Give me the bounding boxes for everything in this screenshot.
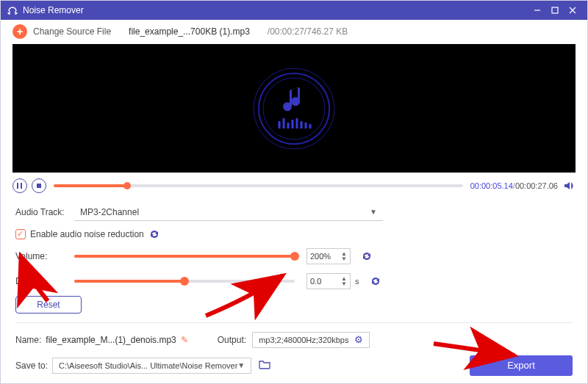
window-title: Noise Remover	[23, 5, 528, 15]
volume-spinner[interactable]: 200% ▲▼	[306, 248, 351, 264]
delay-label: Delay:	[15, 276, 74, 286]
current-time: 00:00:05.14	[470, 181, 513, 190]
volume-reset-icon[interactable]	[361, 250, 373, 262]
volume-slider[interactable]	[74, 255, 295, 258]
total-time: 00:00:27.06	[515, 181, 558, 190]
settings-panel: Audio Track: MP3-2Channel ▼ ✓ Enable aud…	[1, 193, 587, 316]
noise-reduction-label: Enable audio noise reduction	[30, 229, 144, 239]
delay-unit: s	[355, 277, 359, 286]
play-pause-button[interactable]	[12, 178, 27, 193]
svg-point-1	[254, 68, 334, 149]
gear-icon[interactable]: ⚙	[354, 334, 363, 345]
name-label: Name:	[15, 335, 41, 345]
edit-name-icon[interactable]: ✎	[181, 335, 188, 345]
divider	[15, 322, 573, 323]
loop-icon[interactable]	[148, 228, 160, 240]
audio-track-row: Audio Track: MP3-2Channel ▼	[15, 202, 573, 222]
output-filename: file_example_M...(1)_denois.mp3	[46, 335, 176, 345]
open-folder-icon[interactable]	[259, 359, 270, 372]
output-name-row: Name: file_example_M...(1)_denois.mp3 ✎ …	[1, 329, 587, 351]
volume-row: Volume: 200% ▲▼	[15, 246, 573, 267]
output-label: Output:	[218, 335, 246, 345]
close-button[interactable]	[564, 1, 581, 19]
audio-visualizer-icon	[239, 54, 349, 164]
chevron-down-icon: ▼	[237, 361, 245, 369]
maximize-button[interactable]	[546, 1, 564, 19]
delay-reset-icon[interactable]	[370, 275, 381, 287]
delay-spinner[interactable]: 0.0 ▲▼	[306, 273, 351, 289]
minimize-button[interactable]	[528, 1, 546, 19]
source-meta: /00:00:27/746.27 KB	[268, 26, 348, 37]
svg-rect-0	[552, 7, 558, 13]
noise-reduction-checkbox[interactable]: ✓	[15, 229, 26, 239]
playback-timeline[interactable]	[54, 184, 463, 187]
spinner-arrows-icon[interactable]: ▲▼	[341, 251, 347, 261]
chevron-down-icon: ▼	[370, 208, 377, 216]
reset-button[interactable]: Reset	[15, 296, 82, 314]
audio-track-label: Audio Track:	[15, 207, 74, 217]
checkmark-icon: ✓	[17, 229, 24, 239]
audio-track-select[interactable]: MP3-2Channel ▼	[74, 203, 383, 221]
change-source-button[interactable]: +	[12, 24, 27, 39]
output-format-select[interactable]: mp3;2;48000Hz;320kbps ⚙	[252, 332, 370, 348]
noise-reduction-row: ✓ Enable audio noise reduction	[15, 228, 573, 240]
volume-label: Volume:	[15, 251, 74, 261]
audio-preview-area	[12, 44, 576, 173]
source-filename: file_example_...700KB (1).mp3	[129, 26, 250, 37]
save-to-label: Save to:	[15, 361, 48, 371]
export-button[interactable]: Export	[470, 355, 573, 376]
time-display: 00:00:05.14/00:00:27.06	[470, 181, 558, 190]
app-window: Noise Remover + Change Source File file_…	[0, 0, 588, 384]
playback-controls: 00:00:05.14/00:00:27.06	[1, 173, 587, 193]
svg-rect-4	[37, 184, 41, 188]
svg-point-3	[263, 78, 325, 140]
app-logo-icon	[7, 4, 18, 16]
save-export-row: Save to: C:\Aiseesoft Studio\Ais... Ulti…	[1, 351, 587, 383]
save-path-select[interactable]: C:\Aiseesoft Studio\Ais... Ultimate\Nois…	[52, 358, 251, 374]
svg-point-2	[259, 73, 329, 144]
source-file-bar: + Change Source File file_example_...700…	[1, 20, 587, 44]
stop-button[interactable]	[32, 178, 46, 193]
volume-icon[interactable]	[562, 179, 576, 192]
delay-row: Delay: 0.0 ▲▼ s	[15, 271, 573, 291]
delay-slider[interactable]	[74, 280, 295, 283]
change-source-label: Change Source File	[33, 26, 111, 37]
spinner-arrows-icon[interactable]: ▲▼	[341, 276, 347, 286]
titlebar: Noise Remover	[1, 1, 587, 20]
